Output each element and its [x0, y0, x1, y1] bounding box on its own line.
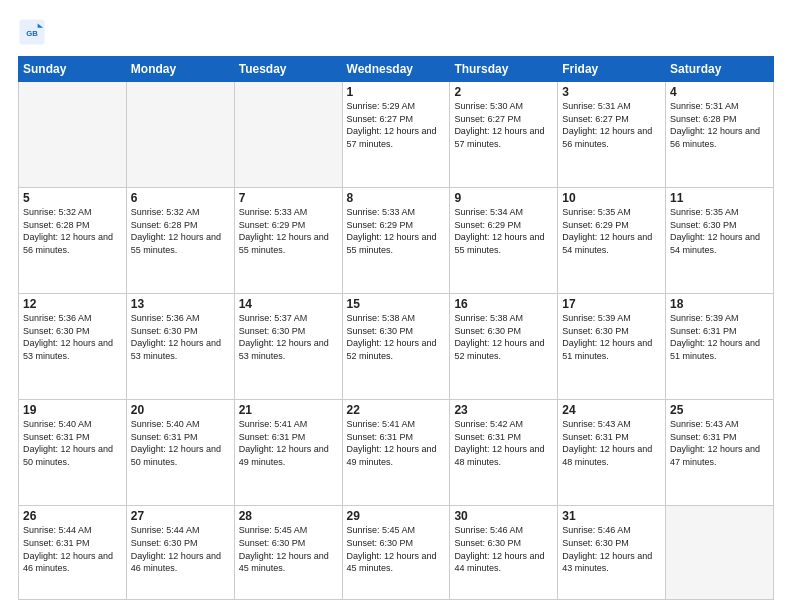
calendar-cell: 18Sunrise: 5:39 AMSunset: 6:31 PMDayligh…	[666, 294, 774, 400]
calendar-cell: 27Sunrise: 5:44 AMSunset: 6:30 PMDayligh…	[126, 506, 234, 600]
calendar-cell: 20Sunrise: 5:40 AMSunset: 6:31 PMDayligh…	[126, 400, 234, 506]
day-info: Sunrise: 5:45 AMSunset: 6:30 PMDaylight:…	[347, 524, 446, 574]
day-number: 27	[131, 509, 230, 523]
calendar-cell: 1Sunrise: 5:29 AMSunset: 6:27 PMDaylight…	[342, 82, 450, 188]
calendar-week-row: 19Sunrise: 5:40 AMSunset: 6:31 PMDayligh…	[19, 400, 774, 506]
day-number: 6	[131, 191, 230, 205]
calendar-cell: 21Sunrise: 5:41 AMSunset: 6:31 PMDayligh…	[234, 400, 342, 506]
day-info: Sunrise: 5:35 AMSunset: 6:30 PMDaylight:…	[670, 206, 769, 256]
day-info: Sunrise: 5:31 AMSunset: 6:27 PMDaylight:…	[562, 100, 661, 150]
day-number: 2	[454, 85, 553, 99]
day-number: 16	[454, 297, 553, 311]
day-info: Sunrise: 5:36 AMSunset: 6:30 PMDaylight:…	[131, 312, 230, 362]
day-info: Sunrise: 5:42 AMSunset: 6:31 PMDaylight:…	[454, 418, 553, 468]
calendar-cell: 13Sunrise: 5:36 AMSunset: 6:30 PMDayligh…	[126, 294, 234, 400]
calendar-table: SundayMondayTuesdayWednesdayThursdayFrid…	[18, 56, 774, 600]
calendar-cell: 31Sunrise: 5:46 AMSunset: 6:30 PMDayligh…	[558, 506, 666, 600]
day-info: Sunrise: 5:34 AMSunset: 6:29 PMDaylight:…	[454, 206, 553, 256]
calendar-cell: 30Sunrise: 5:46 AMSunset: 6:30 PMDayligh…	[450, 506, 558, 600]
weekday-header: Saturday	[666, 57, 774, 82]
calendar-cell: 25Sunrise: 5:43 AMSunset: 6:31 PMDayligh…	[666, 400, 774, 506]
day-info: Sunrise: 5:38 AMSunset: 6:30 PMDaylight:…	[347, 312, 446, 362]
svg-text:GB: GB	[26, 29, 38, 38]
header: GB	[18, 18, 774, 46]
day-info: Sunrise: 5:39 AMSunset: 6:31 PMDaylight:…	[670, 312, 769, 362]
day-info: Sunrise: 5:44 AMSunset: 6:31 PMDaylight:…	[23, 524, 122, 574]
day-info: Sunrise: 5:43 AMSunset: 6:31 PMDaylight:…	[562, 418, 661, 468]
calendar-cell	[19, 82, 127, 188]
day-number: 21	[239, 403, 338, 417]
calendar-cell: 23Sunrise: 5:42 AMSunset: 6:31 PMDayligh…	[450, 400, 558, 506]
calendar-cell: 11Sunrise: 5:35 AMSunset: 6:30 PMDayligh…	[666, 188, 774, 294]
day-info: Sunrise: 5:30 AMSunset: 6:27 PMDaylight:…	[454, 100, 553, 150]
weekday-header: Friday	[558, 57, 666, 82]
day-info: Sunrise: 5:46 AMSunset: 6:30 PMDaylight:…	[454, 524, 553, 574]
calendar-cell: 7Sunrise: 5:33 AMSunset: 6:29 PMDaylight…	[234, 188, 342, 294]
calendar-cell: 6Sunrise: 5:32 AMSunset: 6:28 PMDaylight…	[126, 188, 234, 294]
day-info: Sunrise: 5:33 AMSunset: 6:29 PMDaylight:…	[239, 206, 338, 256]
day-number: 30	[454, 509, 553, 523]
logo: GB	[18, 18, 50, 46]
day-info: Sunrise: 5:32 AMSunset: 6:28 PMDaylight:…	[131, 206, 230, 256]
day-info: Sunrise: 5:31 AMSunset: 6:28 PMDaylight:…	[670, 100, 769, 150]
day-info: Sunrise: 5:45 AMSunset: 6:30 PMDaylight:…	[239, 524, 338, 574]
day-number: 26	[23, 509, 122, 523]
day-number: 17	[562, 297, 661, 311]
day-number: 19	[23, 403, 122, 417]
calendar-cell: 16Sunrise: 5:38 AMSunset: 6:30 PMDayligh…	[450, 294, 558, 400]
calendar-cell: 26Sunrise: 5:44 AMSunset: 6:31 PMDayligh…	[19, 506, 127, 600]
day-number: 7	[239, 191, 338, 205]
day-number: 20	[131, 403, 230, 417]
day-number: 5	[23, 191, 122, 205]
calendar-cell: 4Sunrise: 5:31 AMSunset: 6:28 PMDaylight…	[666, 82, 774, 188]
day-info: Sunrise: 5:38 AMSunset: 6:30 PMDaylight:…	[454, 312, 553, 362]
day-info: Sunrise: 5:36 AMSunset: 6:30 PMDaylight:…	[23, 312, 122, 362]
day-number: 29	[347, 509, 446, 523]
calendar-cell: 17Sunrise: 5:39 AMSunset: 6:30 PMDayligh…	[558, 294, 666, 400]
calendar-cell: 8Sunrise: 5:33 AMSunset: 6:29 PMDaylight…	[342, 188, 450, 294]
day-number: 22	[347, 403, 446, 417]
weekday-header: Thursday	[450, 57, 558, 82]
calendar-week-row: 12Sunrise: 5:36 AMSunset: 6:30 PMDayligh…	[19, 294, 774, 400]
calendar-week-row: 1Sunrise: 5:29 AMSunset: 6:27 PMDaylight…	[19, 82, 774, 188]
day-info: Sunrise: 5:37 AMSunset: 6:30 PMDaylight:…	[239, 312, 338, 362]
weekday-header: Monday	[126, 57, 234, 82]
calendar-cell: 15Sunrise: 5:38 AMSunset: 6:30 PMDayligh…	[342, 294, 450, 400]
calendar-cell	[666, 506, 774, 600]
day-number: 8	[347, 191, 446, 205]
day-info: Sunrise: 5:32 AMSunset: 6:28 PMDaylight:…	[23, 206, 122, 256]
day-info: Sunrise: 5:33 AMSunset: 6:29 PMDaylight:…	[347, 206, 446, 256]
calendar-cell: 9Sunrise: 5:34 AMSunset: 6:29 PMDaylight…	[450, 188, 558, 294]
day-info: Sunrise: 5:40 AMSunset: 6:31 PMDaylight:…	[23, 418, 122, 468]
logo-icon: GB	[18, 18, 46, 46]
day-number: 14	[239, 297, 338, 311]
day-info: Sunrise: 5:46 AMSunset: 6:30 PMDaylight:…	[562, 524, 661, 574]
day-info: Sunrise: 5:41 AMSunset: 6:31 PMDaylight:…	[347, 418, 446, 468]
day-number: 23	[454, 403, 553, 417]
day-number: 15	[347, 297, 446, 311]
calendar-cell: 3Sunrise: 5:31 AMSunset: 6:27 PMDaylight…	[558, 82, 666, 188]
calendar-cell: 24Sunrise: 5:43 AMSunset: 6:31 PMDayligh…	[558, 400, 666, 506]
calendar-cell: 14Sunrise: 5:37 AMSunset: 6:30 PMDayligh…	[234, 294, 342, 400]
day-info: Sunrise: 5:40 AMSunset: 6:31 PMDaylight:…	[131, 418, 230, 468]
calendar-cell: 28Sunrise: 5:45 AMSunset: 6:30 PMDayligh…	[234, 506, 342, 600]
day-number: 28	[239, 509, 338, 523]
calendar-cell	[234, 82, 342, 188]
calendar-cell: 29Sunrise: 5:45 AMSunset: 6:30 PMDayligh…	[342, 506, 450, 600]
day-info: Sunrise: 5:43 AMSunset: 6:31 PMDaylight:…	[670, 418, 769, 468]
page: GB SundayMondayTuesdayWednesdayThursdayF…	[0, 0, 792, 612]
day-number: 18	[670, 297, 769, 311]
day-number: 11	[670, 191, 769, 205]
day-number: 24	[562, 403, 661, 417]
calendar-cell: 2Sunrise: 5:30 AMSunset: 6:27 PMDaylight…	[450, 82, 558, 188]
day-number: 3	[562, 85, 661, 99]
day-number: 4	[670, 85, 769, 99]
day-number: 9	[454, 191, 553, 205]
day-number: 25	[670, 403, 769, 417]
day-number: 12	[23, 297, 122, 311]
day-info: Sunrise: 5:29 AMSunset: 6:27 PMDaylight:…	[347, 100, 446, 150]
day-info: Sunrise: 5:35 AMSunset: 6:29 PMDaylight:…	[562, 206, 661, 256]
calendar-cell: 12Sunrise: 5:36 AMSunset: 6:30 PMDayligh…	[19, 294, 127, 400]
day-number: 31	[562, 509, 661, 523]
weekday-header: Sunday	[19, 57, 127, 82]
